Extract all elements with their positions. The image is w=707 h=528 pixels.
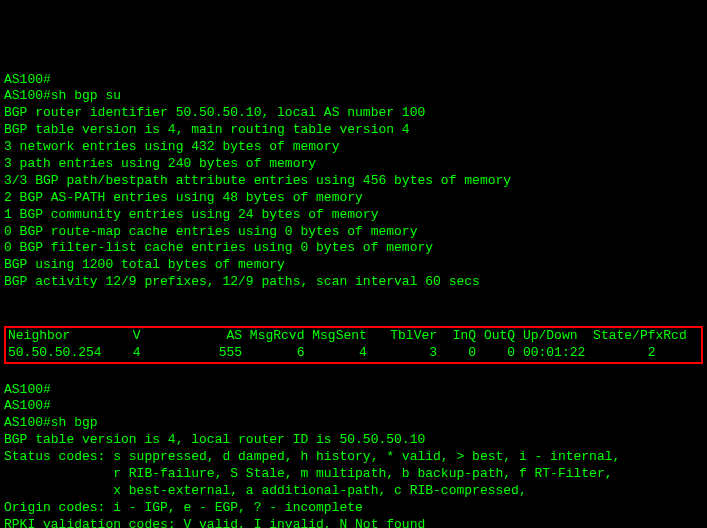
neighbor-row: 50.50.50.254 4 555 6 4 3 0 0 00:01:22 2 bbox=[8, 345, 699, 362]
terminal-line: 3 path entries using 240 bytes of memory bbox=[4, 156, 703, 173]
terminal-line: 3/3 BGP path/bestpath attribute entries … bbox=[4, 173, 703, 190]
terminal-line: BGP table version is 4, main routing tab… bbox=[4, 122, 703, 139]
terminal-line: Origin codes: i - IGP, e - EGP, ? - inco… bbox=[4, 500, 703, 517]
terminal-line: r RIB-failure, S Stale, m multipath, b b… bbox=[4, 466, 703, 483]
terminal-line: BGP table version is 4, local router ID … bbox=[4, 432, 703, 449]
terminal-line: x best-external, a additional-path, c RI… bbox=[4, 483, 703, 500]
terminal-line: BGP activity 12/9 prefixes, 12/9 paths, … bbox=[4, 274, 703, 291]
terminal-line: AS100#sh bgp su bbox=[4, 88, 703, 105]
terminal-line: 2 BGP AS-PATH entries using 48 bytes of … bbox=[4, 190, 703, 207]
neighbor-row: Neighbor V AS MsgRcvd MsgSent TblVer InQ… bbox=[8, 328, 699, 345]
terminal-line: Status codes: s suppressed, d damped, h … bbox=[4, 449, 703, 466]
terminal-line: BGP using 1200 total bytes of memory bbox=[4, 257, 703, 274]
terminal-line: 3 network entries using 432 bytes of mem… bbox=[4, 139, 703, 156]
terminal-line: AS100# bbox=[4, 382, 703, 399]
terminal-line bbox=[4, 291, 703, 308]
terminal-line: RPKI validation codes: V valid, I invali… bbox=[4, 517, 703, 528]
terminal-line: AS100# bbox=[4, 398, 703, 415]
terminal-line: AS100#sh bgp bbox=[4, 415, 703, 432]
terminal-line: 0 BGP route-map cache entries using 0 by… bbox=[4, 224, 703, 241]
neighbor-table-box: Neighbor V AS MsgRcvd MsgSent TblVer InQ… bbox=[4, 326, 703, 364]
terminal-line: 0 BGP filter-list cache entries using 0 … bbox=[4, 240, 703, 257]
terminal-line: AS100# bbox=[4, 72, 703, 89]
terminal-line: BGP router identifier 50.50.50.10, local… bbox=[4, 105, 703, 122]
terminal-line: 1 BGP community entries using 24 bytes o… bbox=[4, 207, 703, 224]
